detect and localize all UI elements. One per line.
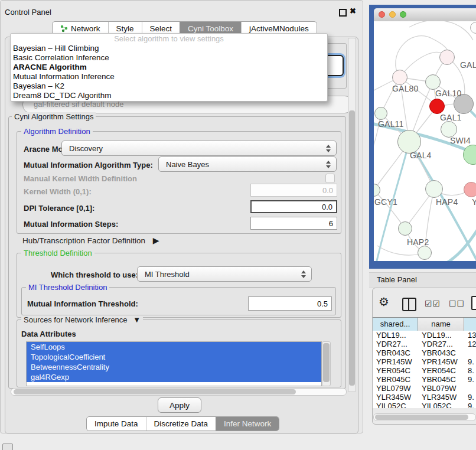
attribute-item-topologicalcoefficient[interactable]: TopologicalCoefficient xyxy=(27,352,321,362)
manual-kernel-checkbox[interactable] xyxy=(325,174,335,183)
settings-horizontal-scrollbar[interactable] xyxy=(11,388,347,396)
node[interactable] xyxy=(418,246,432,260)
mi-steps-field[interactable] xyxy=(250,217,337,230)
table-cell: YPR145W xyxy=(373,357,418,366)
node-label-hap2: HAP2 xyxy=(407,237,429,247)
algorithm-dropdown[interactable]: Select algorithm to view settings Bayesi… xyxy=(10,33,328,102)
table-row[interactable]: YBR043CYBR043C xyxy=(373,348,476,357)
table-row[interactable]: YIL052CYIL052C9. xyxy=(373,402,476,408)
settings-vertical-scrollbar[interactable] xyxy=(348,38,356,392)
mi-type-label: Mutual Information Algorithm Type: xyxy=(24,161,153,169)
table-row[interactable]: YBL079WYBL079W xyxy=(373,384,476,393)
float-panel-icon[interactable] xyxy=(339,9,347,17)
node-gal1[interactable] xyxy=(429,99,445,114)
table-header-row: shared...nameA xyxy=(373,317,476,332)
apply-button[interactable]: Apply xyxy=(158,397,201,413)
node-gal80[interactable] xyxy=(392,70,407,85)
aracne-mode-value: Discovery xyxy=(69,144,103,153)
node-y[interactable] xyxy=(464,182,476,197)
node-label-gal11: GAL11 xyxy=(378,119,404,129)
dropdown-item-bayesian-k2[interactable]: Bayesian – K2 xyxy=(11,81,327,91)
mi-type-value: Naive Bayes xyxy=(166,160,209,169)
node-hap2[interactable] xyxy=(398,221,412,236)
table-cell: YBL079W xyxy=(418,384,464,393)
mi-threshold-field[interactable] xyxy=(248,296,332,311)
table-row[interactable]: YBR045CYBR045C9. xyxy=(373,375,476,384)
checked-columns-icon[interactable]: ☑☑ xyxy=(425,299,441,308)
sources-legend-label: Sources for Network Inference xyxy=(24,315,128,324)
table-row[interactable]: YDR27...YDR27...12 xyxy=(373,340,476,348)
gear-icon[interactable]: ⚙ xyxy=(379,296,389,308)
dropdown-item-mutual-information-inference[interactable]: Mutual Information Inference xyxy=(11,72,327,81)
tab-discretize-data[interactable]: Discretize Data xyxy=(146,417,216,431)
split-view-icon[interactable] xyxy=(402,298,416,311)
table-cell: 9. xyxy=(464,402,476,408)
table-row[interactable]: YLR345WYLR345W9. xyxy=(373,393,476,402)
node-gal4[interactable] xyxy=(397,130,421,154)
table-cell: YER054C xyxy=(418,366,464,375)
dropdown-item-dream8-dc-tdc-algorithm[interactable]: Dream8 DC_TDC Algorithm xyxy=(11,91,327,100)
close-panel-icon[interactable]: ✖ xyxy=(350,6,356,15)
unchecked-columns-icon[interactable]: ☐☐ xyxy=(449,299,465,308)
network-window-titlebar[interactable] xyxy=(374,8,476,22)
table-cell xyxy=(464,384,476,393)
hub-definition-label: Hub/Transcription Factor Definition xyxy=(22,236,145,245)
dpi-tolerance-field[interactable] xyxy=(250,200,337,213)
node-label-swi4: SWI4 xyxy=(450,136,471,145)
node-swi4[interactable] xyxy=(441,121,457,138)
hub-definition-toggle[interactable]: Hub/Transcription Factor Definition ▶ xyxy=(22,236,159,245)
node-hap4[interactable] xyxy=(425,180,443,198)
column-header-name[interactable]: name xyxy=(418,318,464,331)
table-panel-title: Table Panel xyxy=(377,275,417,284)
stepper-arrows-icon xyxy=(326,161,331,168)
table-cell: YIL052C xyxy=(373,402,418,408)
tab-infer-network[interactable]: Infer Network xyxy=(216,417,279,431)
node-gal10[interactable] xyxy=(425,74,441,90)
table-row[interactable]: YER054CYER054C8. xyxy=(373,366,476,375)
table-body[interactable]: YDL19...YDL19...13YDR27...YDR27...12YBR0… xyxy=(373,331,476,408)
document-icon[interactable] xyxy=(471,296,476,310)
column-header-a[interactable]: A xyxy=(464,318,476,331)
cyni-algorithm-settings-legend: Cyni Algorithm Settings xyxy=(12,112,96,121)
table-cell: YBR045C xyxy=(373,375,418,384)
table-cell: 9. xyxy=(464,375,476,384)
tab-impute-data[interactable]: Impute Data xyxy=(87,417,146,431)
apply-button-label: Apply xyxy=(169,401,190,410)
sources-legend[interactable]: Sources for Network Inference ▼ xyxy=(21,315,143,324)
data-attributes-list[interactable]: SelfLoopsTopologicalCoefficientBetweenne… xyxy=(26,341,322,386)
node-label-hap4: HAP4 xyxy=(436,197,458,207)
minimized-panel-chip[interactable] xyxy=(2,444,13,450)
window-zoom-icon[interactable] xyxy=(400,11,406,18)
attribute-item-betweennesscentrality[interactable]: BetweennessCentrality xyxy=(27,362,321,372)
window-minimize-icon[interactable] xyxy=(389,11,396,18)
table-row[interactable]: YDL19...YDL19...13 xyxy=(373,331,476,340)
node-label-gal80: GAL80 xyxy=(392,84,419,93)
table-cell: YBR045C xyxy=(418,375,464,384)
attributes-scrollbar[interactable] xyxy=(322,341,331,386)
table-horizontal-scrollbar[interactable] xyxy=(373,413,476,421)
column-header-shared[interactable]: shared... xyxy=(373,318,418,331)
aracne-mode-select[interactable]: Discovery xyxy=(61,141,337,156)
window-close-icon[interactable] xyxy=(379,11,385,18)
tab-label: jActiveMNodules xyxy=(249,24,309,33)
control-panel-title: Control Panel xyxy=(5,8,51,17)
mi-type-select[interactable]: Naive Bayes xyxy=(158,156,337,172)
table-cell xyxy=(464,348,476,357)
dropdown-item-basic-correlation-inference[interactable]: Basic Correlation Inference xyxy=(11,53,327,63)
attribute-item-gal4rgexp[interactable]: gal4RGexp xyxy=(27,372,321,382)
attribute-item-selfloops[interactable]: SelfLoops xyxy=(27,342,321,352)
dropdown-item-aracne-algorithm[interactable]: ARACNE Algorithm xyxy=(11,63,327,72)
table-row[interactable]: YPR145WYPR145W9. xyxy=(373,357,476,366)
node-gal11[interactable] xyxy=(374,107,387,120)
node-gal7[interactable] xyxy=(439,50,455,65)
collapse-down-icon: ▼ xyxy=(133,315,141,324)
kernel-width-field[interactable] xyxy=(250,184,337,197)
table-cell: YDR27... xyxy=(373,340,418,348)
table-cell: YDL19... xyxy=(373,331,418,340)
network-canvas[interactable]: GAL7GAL80GAL10GAL1SWI4GAL11GAL4GCY1HAP4Y… xyxy=(374,21,476,261)
which-threshold-select[interactable]: MI Threshold xyxy=(137,266,312,282)
table-cell: YLR345W xyxy=(373,393,418,402)
mi-threshold-label: Mutual Information Threshold: xyxy=(27,299,138,308)
network-icon xyxy=(60,25,68,32)
dropdown-item-bayesian-hill-climbing[interactable]: Bayesian – Hill Climbing xyxy=(11,44,327,53)
